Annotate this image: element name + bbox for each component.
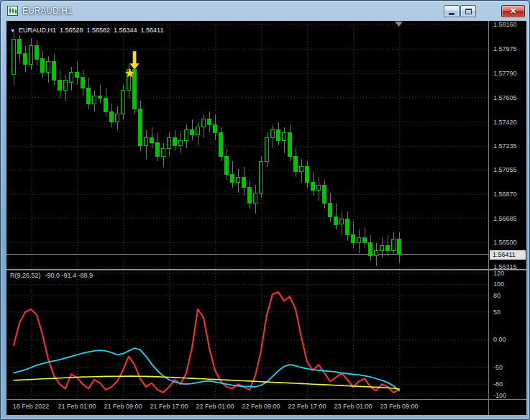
time-axis-label: 21 Feb 01:00 xyxy=(58,403,96,410)
time-axis-label: 21 Feb 09:00 xyxy=(104,403,142,410)
price-axis-label: 1.57790 xyxy=(493,70,517,77)
indicator-axis-label: -80 xyxy=(493,380,503,388)
chart-shift-marker[interactable] xyxy=(395,22,403,27)
candlesticks[interactable] xyxy=(12,30,401,267)
time-axis-label: 23 Feb 01:00 xyxy=(334,403,372,410)
minimize-button[interactable] xyxy=(444,5,460,17)
indicator-axis-label: 80 xyxy=(493,292,501,299)
time-axis-label: 21 Feb 17:00 xyxy=(150,403,188,410)
bid-price-box: 1.56411 xyxy=(490,250,526,260)
maximize-icon xyxy=(465,9,472,14)
window-title: EURAUD,H1 xyxy=(22,6,72,16)
price-axis-label: 1.57235 xyxy=(493,142,517,150)
ohlc-header: ▼ EURAUD,H1 1.56528 1.56582 1.56344 1.56… xyxy=(10,27,163,34)
price-axis[interactable]: 1.581601.579751.577901.576051.574201.572… xyxy=(488,21,526,415)
symbol-period-label: EURAUD,H1 xyxy=(19,27,56,34)
ohlc-close: 1.56411 xyxy=(141,27,164,34)
indicator-axis-label: 120 xyxy=(493,270,504,277)
indicator-axis-label: -50 xyxy=(493,364,503,371)
ohlc-high: 1.56582 xyxy=(87,27,111,34)
minimize-icon xyxy=(449,13,454,15)
indicator-header: R(9,26,52) -90.0 -91.4 -88.9 xyxy=(10,272,93,279)
maximize-button[interactable] xyxy=(460,5,476,17)
price-axis-label: 1.56870 xyxy=(493,191,517,198)
indicator-axis-label: -100 xyxy=(493,392,506,399)
indicator-canvas[interactable] xyxy=(6,270,488,399)
time-axis-label: 23 Feb 09:00 xyxy=(380,403,418,410)
collapse-arrow-icon[interactable]: ▼ xyxy=(10,28,15,33)
price-axis-label: 1.57055 xyxy=(493,166,517,173)
indicator-pane[interactable]: R(9,26,52) -90.0 -91.4 -88.9 xyxy=(6,270,488,399)
indicator-line-mid xyxy=(14,348,399,391)
chart-window: EURAUD,H1 ✕ ▼ EURAUD,H1 1.56528 1.56582 … xyxy=(0,0,530,420)
time-axis-label: 22 Feb 09:00 xyxy=(242,403,280,410)
close-button[interactable]: ✕ xyxy=(501,5,525,17)
price-axis-label: 1.56500 xyxy=(493,239,517,246)
indicator-name: R(9,26,52) xyxy=(10,272,41,279)
indicator-line-slow xyxy=(14,376,399,389)
price-axis-label: 1.56685 xyxy=(493,215,517,222)
ohlc-open: 1.56528 xyxy=(60,27,83,34)
close-icon: ✕ xyxy=(510,7,516,15)
time-axis-label: 18 Feb 2022 xyxy=(13,403,50,410)
main-grid xyxy=(6,21,488,269)
yellow-down-arrow[interactable] xyxy=(129,51,140,70)
price-axis-label: 1.57420 xyxy=(493,119,517,126)
time-axis[interactable]: 18 Feb 202221 Feb 01:0021 Feb 09:0021 Fe… xyxy=(6,400,526,415)
main-chart-canvas[interactable] xyxy=(6,21,488,269)
price-axis-label: 1.57605 xyxy=(493,94,517,101)
time-axis-label: 22 Feb 01:00 xyxy=(196,403,234,410)
indicator-axis-label: 0.00 xyxy=(493,336,506,343)
indicator-values: -90.0 -91.4 -88.9 xyxy=(45,272,93,279)
indicator-axis-label: 50 xyxy=(493,309,501,316)
candlestick-chart-icon xyxy=(7,6,18,16)
indicator-axis-label: 100 xyxy=(493,280,504,288)
main-chart-pane[interactable]: ▼ EURAUD,H1 1.56528 1.56582 1.56344 1.56… xyxy=(6,21,488,269)
ohlc-low: 1.56344 xyxy=(114,27,137,34)
titlebar[interactable]: EURAUD,H1 ✕ xyxy=(1,1,529,21)
time-axis-label: 22 Feb 17:00 xyxy=(288,403,326,410)
chart-client-area: ▼ EURAUD,H1 1.56528 1.56582 1.56344 1.56… xyxy=(6,21,526,415)
price-axis-label: 1.58160 xyxy=(493,21,517,28)
price-axis-label: 1.57975 xyxy=(493,45,517,52)
